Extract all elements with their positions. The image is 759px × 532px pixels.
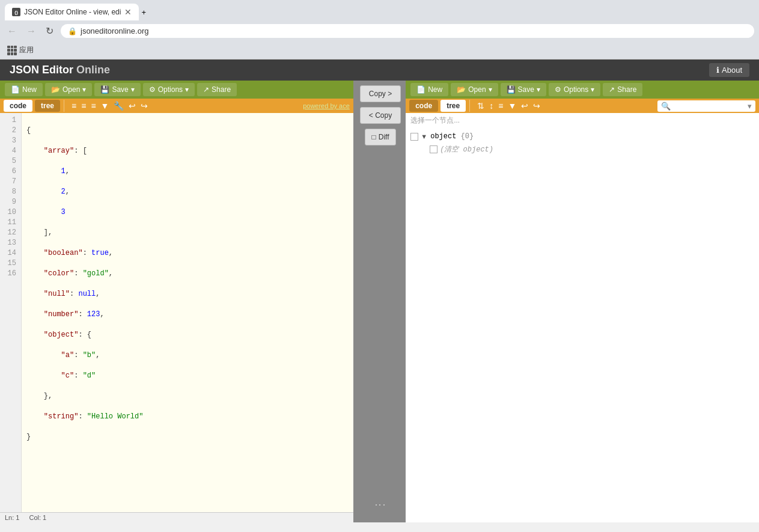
code-line-8: "color": "gold",	[26, 269, 349, 279]
left-options-button[interactable]: ⚙ Options ▾	[143, 83, 195, 96]
address-bar[interactable]: 🔒 jsoneditoronline.org	[61, 24, 754, 38]
right-options-icon: ⚙	[555, 85, 561, 94]
browser-chrome: {} JSON Editor Online - view, edi ✕ + ← …	[0, 0, 759, 60]
right-save-button[interactable]: 💾 Save ▾	[501, 83, 546, 96]
tab-divider	[64, 100, 64, 112]
open-icon: 📂	[51, 85, 60, 94]
code-line-7: "boolean": true,	[26, 248, 349, 258]
right-save-icon: 💾	[507, 85, 516, 94]
back-button[interactable]: ←	[5, 25, 19, 38]
right-share-button[interactable]: ↗ Share	[603, 83, 642, 96]
sort-icon[interactable]: ≡	[70, 100, 78, 112]
right-undo-icon[interactable]: ↩	[520, 100, 529, 112]
search-icon: 🔍	[661, 102, 671, 111]
line-num-5: 5	[5, 156, 16, 167]
right-panel: 📄 New 📂 Open ▾ 💾 Save ▾ ⚙ Options ▾	[406, 81, 759, 522]
code-line-9: "null": null,	[26, 289, 349, 299]
code-line-16: }	[26, 432, 349, 442]
apps-label: 应用	[19, 45, 34, 55]
left-status-bar: Ln: 1 Col: 1	[0, 512, 353, 522]
line-num-12: 12	[5, 228, 16, 238]
line-num-8: 8	[5, 187, 16, 197]
copy-buttons-panel: Copy > < Copy □ Diff ⋮	[355, 81, 406, 522]
app-title-light: Online	[76, 64, 110, 76]
url-text: jsoneditoronline.org	[81, 26, 148, 35]
redo-icon[interactable]: ↪	[139, 100, 149, 112]
reload-button[interactable]: ↻	[43, 24, 56, 38]
code-content[interactable]: { "array": [ 1, 2, 3 ], "boolean": true,…	[22, 113, 353, 512]
left-share-button[interactable]: ↗ Share	[197, 83, 237, 96]
tab-favicon: {}	[12, 8, 20, 16]
save-chevron-icon: ▾	[131, 85, 135, 94]
left-code-tab[interactable]: code	[4, 100, 32, 112]
code-line-2: "array": [	[26, 146, 349, 156]
tree-row-object[interactable]: ▼ object {0}	[406, 130, 759, 142]
right-sort-az-icon[interactable]: ≡	[497, 100, 504, 112]
filter-icon[interactable]: ▼	[100, 100, 111, 112]
diff-checkbox-icon: □	[371, 133, 376, 141]
left-tree-tab[interactable]: tree	[35, 100, 60, 112]
tree-checkbox-object[interactable]	[410, 133, 418, 141]
sort-az-icon[interactable]: ≡	[80, 100, 87, 112]
sort-za-icon[interactable]: ≡	[90, 100, 97, 112]
browser-tab-active[interactable]: {} JSON Editor Online - view, edi ✕	[5, 4, 139, 20]
search-input[interactable]	[673, 102, 745, 110]
cursor-ln: Ln: 1	[5, 514, 19, 521]
powered-by-link[interactable]: powered by ace	[303, 102, 350, 109]
resize-handle[interactable]: ⋮	[374, 500, 387, 508]
line-num-1: 1	[5, 115, 16, 126]
right-filter-icon[interactable]: ▼	[507, 100, 517, 112]
right-view-tabs: code tree ⇅ ↕ ≡ ▼ ↩ ↪ 🔍 ▾	[406, 99, 759, 113]
wrench-icon[interactable]: 🔧	[112, 100, 125, 112]
lock-icon: 🔒	[68, 27, 77, 35]
right-sort-up-icon[interactable]: ⇅	[476, 100, 486, 112]
copy-right-button[interactable]: Copy >	[360, 85, 401, 102]
code-line-5: 3	[26, 207, 349, 218]
new-tab-button[interactable]: +	[141, 8, 146, 17]
about-button[interactable]: ℹ About	[709, 63, 749, 77]
tree-row-empty[interactable]: (清空 object)	[406, 142, 759, 156]
code-line-11: "object": {	[26, 330, 349, 340]
line-num-4: 4	[5, 146, 16, 156]
undo-icon[interactable]: ↩	[127, 100, 137, 112]
app-title-bold: JSON Editor	[10, 64, 73, 76]
diff-button[interactable]: □ Diff	[365, 129, 395, 145]
right-sort-down-icon[interactable]: ↕	[488, 100, 495, 112]
tree-view: ▼ object {0} (清空 object)	[406, 128, 759, 522]
right-share-icon: ↗	[609, 85, 615, 94]
left-new-button[interactable]: 📄 New	[5, 83, 43, 96]
tree-toggle-object[interactable]: ▼	[421, 133, 428, 140]
code-line-15: "string": "Hello World"	[26, 412, 349, 422]
line-numbers: 1 2 3 4 5 6 7 8 9 10 11 12 13 14 15 16	[0, 113, 22, 512]
left-save-button[interactable]: 💾 Save ▾	[94, 83, 140, 96]
right-tree-tab[interactable]: tree	[440, 100, 466, 112]
browser-address-bar: ← → ↻ 🔒 jsoneditoronline.org	[0, 20, 759, 41]
tree-checkbox-empty[interactable]	[430, 145, 437, 153]
code-editor[interactable]: 1 2 3 4 5 6 7 8 9 10 11 12 13 14 15 16	[0, 113, 353, 512]
copy-right-label: Copy >	[369, 90, 392, 98]
save-icon: 💾	[100, 85, 109, 94]
options-chevron-icon: ▾	[185, 85, 189, 94]
right-open-button[interactable]: 📂 Open ▾	[451, 83, 498, 96]
right-save-chevron: ▾	[537, 85, 540, 94]
apps-bookmark[interactable]: 应用	[5, 44, 36, 57]
left-toolbar: 📄 New 📂 Open ▾ 💾 Save ▾ ⚙ Options ▾	[0, 81, 353, 99]
about-label: About	[722, 66, 742, 75]
tree-label-empty: (清空 object)	[440, 144, 493, 154]
right-redo-icon[interactable]: ↪	[532, 100, 541, 112]
tab-close-button[interactable]: ✕	[124, 7, 132, 17]
line-num-6: 6	[5, 167, 16, 177]
search-expand-icon[interactable]: ▾	[748, 102, 752, 111]
right-options-button[interactable]: ⚙ Options ▾	[549, 83, 600, 96]
left-open-button[interactable]: 📂 Open ▾	[45, 83, 92, 96]
line-num-9: 9	[5, 197, 16, 207]
copy-left-button[interactable]: < Copy	[360, 107, 401, 124]
tree-label-object: object {0}	[430, 132, 474, 141]
right-search-box[interactable]: 🔍 ▾	[657, 100, 755, 112]
tree-hint: 选择一个节点...	[406, 113, 759, 128]
share-icon: ↗	[203, 85, 209, 94]
diff-label: Diff	[379, 133, 389, 141]
forward-button[interactable]: →	[24, 25, 38, 38]
right-new-button[interactable]: 📄 New	[410, 83, 448, 96]
right-code-tab[interactable]: code	[409, 100, 438, 112]
